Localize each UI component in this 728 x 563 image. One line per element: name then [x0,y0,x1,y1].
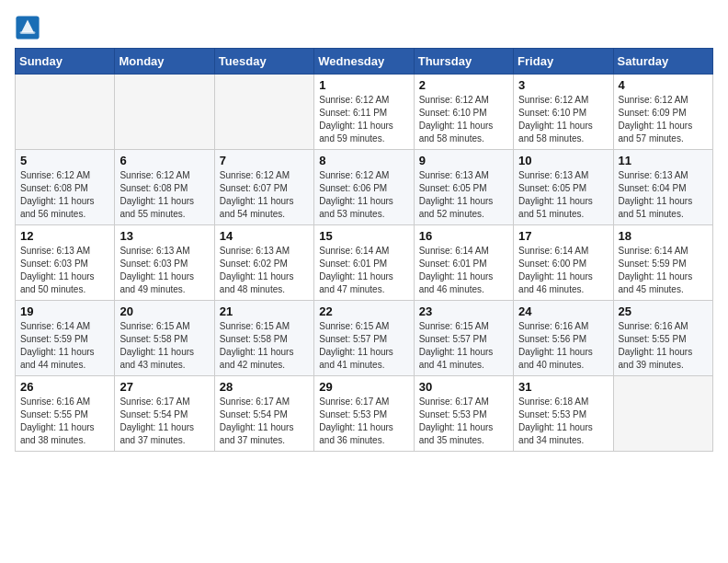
day-info: Sunrise: 6:16 AM Sunset: 5:56 PM Dayligh… [518,320,608,372]
day-info: Sunrise: 6:12 AM Sunset: 6:10 PM Dayligh… [518,94,608,145]
day-info: Sunrise: 6:14 AM Sunset: 5:59 PM Dayligh… [20,320,109,372]
day-info: Sunrise: 6:13 AM Sunset: 6:04 PM Dayligh… [619,169,708,221]
day-info: Sunrise: 6:12 AM Sunset: 6:10 PM Dayligh… [419,94,508,145]
calendar-day-8: 8Sunrise: 6:12 AM Sunset: 6:06 PM Daylig… [314,150,414,225]
day-number: 9 [419,154,508,167]
calendar-day-17: 17Sunrise: 6:14 AM Sunset: 6:00 PM Dayli… [514,225,613,301]
calendar-day-9: 9Sunrise: 6:13 AM Sunset: 6:05 PM Daylig… [414,150,513,225]
empty-cell [16,75,115,150]
calendar-day-26: 26Sunrise: 6:16 AM Sunset: 5:55 PM Dayli… [16,376,115,452]
calendar-day-3: 3Sunrise: 6:12 AM Sunset: 6:10 PM Daylig… [514,75,613,150]
day-number: 10 [518,154,608,167]
day-number: 23 [419,304,508,318]
day-number: 5 [20,154,109,167]
day-number: 15 [319,229,408,243]
day-info: Sunrise: 6:14 AM Sunset: 6:01 PM Dayligh… [419,245,508,296]
day-info: Sunrise: 6:12 AM Sunset: 6:11 PM Dayligh… [319,94,408,145]
calendar-week-row: 19Sunrise: 6:14 AM Sunset: 5:59 PM Dayli… [16,301,713,376]
day-number: 27 [119,380,209,394]
day-number: 7 [220,154,309,167]
day-info: Sunrise: 6:17 AM Sunset: 5:54 PM Dayligh… [220,396,309,447]
calendar-day-10: 10Sunrise: 6:13 AM Sunset: 6:05 PM Dayli… [514,150,613,225]
day-number: 17 [518,229,608,243]
day-info: Sunrise: 6:16 AM Sunset: 5:55 PM Dayligh… [20,396,109,447]
empty-cell [613,376,712,452]
day-info: Sunrise: 6:13 AM Sunset: 6:03 PM Dayligh… [119,245,209,296]
day-info: Sunrise: 6:12 AM Sunset: 6:08 PM Dayligh… [20,169,109,221]
calendar-day-2: 2Sunrise: 6:12 AM Sunset: 6:10 PM Daylig… [414,75,513,150]
day-info: Sunrise: 6:13 AM Sunset: 6:05 PM Dayligh… [518,169,608,221]
day-number: 6 [119,154,209,167]
calendar-day-25: 25Sunrise: 6:16 AM Sunset: 5:55 PM Dayli… [613,301,712,376]
calendar-day-24: 24Sunrise: 6:16 AM Sunset: 5:56 PM Dayli… [514,301,613,376]
day-number: 2 [419,78,508,92]
calendar-day-21: 21Sunrise: 6:15 AM Sunset: 5:58 PM Dayli… [214,301,313,376]
day-header-tuesday: Tuesday [214,49,313,75]
day-number: 11 [619,154,708,167]
day-info: Sunrise: 6:12 AM Sunset: 6:07 PM Dayligh… [220,169,309,221]
day-info: Sunrise: 6:12 AM Sunset: 6:06 PM Dayligh… [319,169,408,221]
page-header [15,15,713,40]
day-info: Sunrise: 6:15 AM Sunset: 5:58 PM Dayligh… [119,320,209,372]
day-header-thursday: Thursday [414,49,513,75]
day-number: 4 [619,78,708,92]
day-number: 16 [419,229,508,243]
calendar-day-18: 18Sunrise: 6:14 AM Sunset: 5:59 PM Dayli… [613,225,712,301]
calendar-day-20: 20Sunrise: 6:15 AM Sunset: 5:58 PM Dayli… [115,301,214,376]
day-number: 3 [518,78,608,92]
day-number: 21 [220,304,309,318]
day-info: Sunrise: 6:13 AM Sunset: 6:05 PM Dayligh… [419,169,508,221]
calendar-day-27: 27Sunrise: 6:17 AM Sunset: 5:54 PM Dayli… [115,376,214,452]
calendar-day-19: 19Sunrise: 6:14 AM Sunset: 5:59 PM Dayli… [16,301,115,376]
calendar-day-7: 7Sunrise: 6:12 AM Sunset: 6:07 PM Daylig… [214,150,313,225]
calendar-table: SundayMondayTuesdayWednesdayThursdayFrid… [15,48,713,452]
svg-rect-2 [20,31,36,34]
calendar-day-16: 16Sunrise: 6:14 AM Sunset: 6:01 PM Dayli… [414,225,513,301]
logo-icon [15,15,40,40]
calendar-day-13: 13Sunrise: 6:13 AM Sunset: 6:03 PM Dayli… [115,225,214,301]
calendar-day-11: 11Sunrise: 6:13 AM Sunset: 6:04 PM Dayli… [613,150,712,225]
day-header-sunday: Sunday [16,49,115,75]
day-number: 31 [518,380,608,394]
day-number: 13 [119,229,209,243]
day-number: 8 [319,154,408,167]
day-info: Sunrise: 6:12 AM Sunset: 6:09 PM Dayligh… [619,94,708,145]
day-info: Sunrise: 6:14 AM Sunset: 6:01 PM Dayligh… [319,245,408,296]
day-header-friday: Friday [514,49,613,75]
calendar-day-29: 29Sunrise: 6:17 AM Sunset: 5:53 PM Dayli… [314,376,414,452]
calendar-header-row: SundayMondayTuesdayWednesdayThursdayFrid… [16,49,713,75]
calendar-day-4: 4Sunrise: 6:12 AM Sunset: 6:09 PM Daylig… [613,75,712,150]
day-info: Sunrise: 6:16 AM Sunset: 5:55 PM Dayligh… [619,320,708,372]
calendar-day-6: 6Sunrise: 6:12 AM Sunset: 6:08 PM Daylig… [115,150,214,225]
logo [15,15,44,40]
calendar-day-15: 15Sunrise: 6:14 AM Sunset: 6:01 PM Dayli… [314,225,414,301]
day-info: Sunrise: 6:15 AM Sunset: 5:57 PM Dayligh… [419,320,508,372]
calendar-week-row: 5Sunrise: 6:12 AM Sunset: 6:08 PM Daylig… [16,150,713,225]
day-number: 30 [419,380,508,394]
day-info: Sunrise: 6:13 AM Sunset: 6:03 PM Dayligh… [20,245,109,296]
day-number: 29 [319,380,408,394]
day-info: Sunrise: 6:12 AM Sunset: 6:08 PM Dayligh… [119,169,209,221]
day-number: 12 [20,229,109,243]
calendar-day-22: 22Sunrise: 6:15 AM Sunset: 5:57 PM Dayli… [314,301,414,376]
day-number: 1 [319,78,408,92]
day-number: 20 [119,304,209,318]
day-number: 26 [20,380,109,394]
calendar-day-12: 12Sunrise: 6:13 AM Sunset: 6:03 PM Dayli… [16,225,115,301]
day-info: Sunrise: 6:17 AM Sunset: 5:54 PM Dayligh… [119,396,209,447]
calendar-week-row: 1Sunrise: 6:12 AM Sunset: 6:11 PM Daylig… [16,75,713,150]
day-number: 22 [319,304,408,318]
day-info: Sunrise: 6:14 AM Sunset: 6:00 PM Dayligh… [518,245,608,296]
calendar-day-5: 5Sunrise: 6:12 AM Sunset: 6:08 PM Daylig… [16,150,115,225]
day-number: 19 [20,304,109,318]
day-info: Sunrise: 6:13 AM Sunset: 6:02 PM Dayligh… [220,245,309,296]
day-info: Sunrise: 6:15 AM Sunset: 5:57 PM Dayligh… [319,320,408,372]
calendar-day-30: 30Sunrise: 6:17 AM Sunset: 5:53 PM Dayli… [414,376,513,452]
calendar-week-row: 12Sunrise: 6:13 AM Sunset: 6:03 PM Dayli… [16,225,713,301]
calendar-day-14: 14Sunrise: 6:13 AM Sunset: 6:02 PM Dayli… [214,225,313,301]
calendar-day-23: 23Sunrise: 6:15 AM Sunset: 5:57 PM Dayli… [414,301,513,376]
calendar-day-31: 31Sunrise: 6:18 AM Sunset: 5:53 PM Dayli… [514,376,613,452]
day-info: Sunrise: 6:17 AM Sunset: 5:53 PM Dayligh… [319,396,408,447]
day-header-saturday: Saturday [613,49,712,75]
empty-cell [214,75,313,150]
